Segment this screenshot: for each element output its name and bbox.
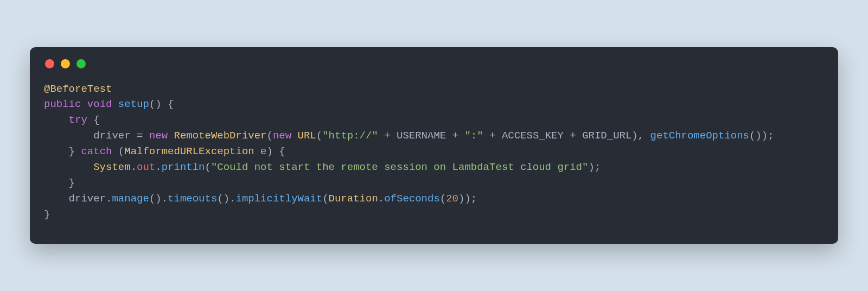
keyword-void: void <box>87 98 112 110</box>
method-implicitlywait: implicitlyWait <box>236 193 323 205</box>
class-url: URL <box>298 130 316 142</box>
var-driver: driver <box>93 130 130 142</box>
var-e: e <box>260 146 266 157</box>
class-duration: Duration <box>329 193 378 205</box>
prop-out: out <box>137 161 155 173</box>
annotation: @BeforeTest <box>44 83 112 95</box>
keyword-catch: catch <box>81 146 112 157</box>
method-println: println <box>162 161 205 173</box>
class-remotewebdriver: RemoteWebDriver <box>174 130 266 142</box>
var-driver: driver <box>69 193 106 205</box>
keyword-new: new <box>273 130 291 142</box>
number-20: 20 <box>446 193 458 205</box>
minimize-icon[interactable] <box>61 59 70 68</box>
const-gridurl: GRID_URL <box>582 130 631 142</box>
method-setup: setup <box>118 98 149 110</box>
class-malformedurlexception: MalformedURLException <box>124 146 254 157</box>
const-accesskey: ACCESS_KEY <box>502 130 564 142</box>
method-getchromeoptions: getChromeOptions <box>650 130 749 142</box>
class-system: System <box>93 161 130 173</box>
string-error-msg: "Could not start the remote session on L… <box>211 161 589 173</box>
code-block: @BeforeTest public void setup() { try { … <box>44 81 824 223</box>
code-editor-window: @BeforeTest public void setup() { try { … <box>30 47 838 244</box>
string-colon: ":" <box>464 130 483 142</box>
keyword-public: public <box>44 98 81 110</box>
keyword-new: new <box>149 130 168 142</box>
method-timeouts: timeouts <box>168 193 217 205</box>
window-controls <box>45 59 824 68</box>
method-ofseconds: ofSeconds <box>384 193 440 205</box>
method-manage: manage <box>112 193 149 205</box>
maximize-icon[interactable] <box>76 59 86 68</box>
close-icon[interactable] <box>45 59 54 68</box>
string-http: "http://" <box>322 130 378 142</box>
const-username: USERNAME <box>397 130 446 142</box>
keyword-try: try <box>69 114 87 126</box>
